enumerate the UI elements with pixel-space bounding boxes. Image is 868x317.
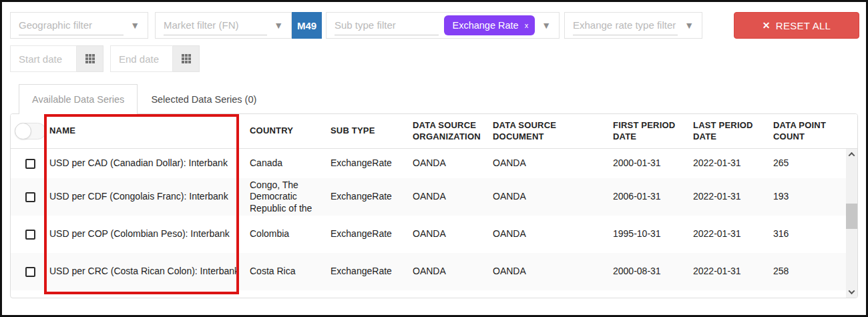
table-body: USD per CAD (Canadian Dollar): Interbank…	[11, 149, 857, 290]
column-header-last-period-date: LAST PERIOD DATE	[693, 120, 773, 142]
calendar-grid-icon	[85, 54, 95, 63]
cell-data-point-count: 316	[773, 228, 857, 240]
cell-name: USD per CRC (Costa Rican Colon): Interba…	[49, 266, 250, 277]
scroll-up-button[interactable]	[846, 149, 857, 160]
subtype-filter-placeholder: Sub type filter	[335, 19, 439, 35]
cell-data-source-organization: OANDA	[413, 228, 493, 240]
end-date-group: End date	[110, 45, 200, 72]
cell-sub-type: ExchangeRate	[331, 266, 413, 277]
geographic-filter-input[interactable]: Geographic filter ▼	[10, 12, 148, 39]
cell-last-period-date: 2022-01-31	[693, 228, 773, 240]
cell-first-period-date: 2006-01-31	[613, 191, 693, 202]
table-row: USD per COP (Colombian Peso): Interbank …	[11, 216, 857, 253]
column-header-sub-type: SUB TYPE	[331, 125, 413, 136]
table-row: USD per CRC (Costa Rican Colon): Interba…	[11, 253, 857, 290]
exchange-rate-tag-label: Exchange Rate	[452, 20, 518, 31]
chevron-down-icon[interactable]: ▼	[684, 20, 694, 31]
column-header-name: NAME	[49, 125, 250, 136]
cell-data-source-organization: OANDA	[413, 191, 493, 202]
start-date-group: Start date	[10, 45, 103, 72]
market-filter-input[interactable]: Market filter (FN) ▼	[155, 12, 292, 39]
exchange-rate-type-filter-input[interactable]: Exhange rate type filter ▼	[564, 12, 702, 39]
cell-country: Canada	[250, 157, 331, 169]
tab-available-data-series[interactable]: Available Data Series	[19, 84, 138, 114]
tag-remove-icon[interactable]: x	[525, 21, 529, 29]
cell-data-source-document: OANDA	[493, 228, 613, 240]
row-checkbox[interactable]	[25, 230, 35, 240]
chevron-up-icon	[849, 152, 855, 159]
cell-first-period-date: 2000-08-31	[613, 266, 693, 277]
data-series-tabs: Available Data Series Selected Data Seri…	[19, 84, 866, 113]
chevron-down-icon[interactable]: ▼	[274, 20, 283, 31]
row-checkbox[interactable]	[25, 159, 35, 169]
column-header-country: COUNTRY	[250, 125, 331, 136]
row-checkbox-cell	[11, 230, 49, 240]
cell-sub-type: ExchangeRate	[331, 228, 413, 240]
row-checkbox[interactable]	[25, 192, 35, 202]
select-all-cell	[11, 123, 49, 139]
cell-data-source-organization: OANDA	[413, 266, 493, 277]
cell-data-point-count: 265	[773, 157, 857, 169]
reset-all-button[interactable]: ✕ RESET ALL	[734, 12, 859, 39]
cell-country: Congo, The Democratic Republic of the	[250, 180, 331, 214]
column-header-data-source-organization: DATA SOURCE ORGANIZATION	[413, 120, 493, 142]
subtype-filter-input[interactable]: Sub type filter Exchange Rate x ▼	[326, 12, 560, 39]
app-window: Geographic filter ▼ Market filter (FN) ▼…	[0, 0, 868, 317]
close-icon: ✕	[763, 20, 771, 31]
select-all-toggle[interactable]	[15, 123, 46, 139]
cell-country: Costa Rica	[250, 266, 331, 277]
date-bar: Start date End date	[10, 45, 866, 72]
row-checkbox-cell	[11, 159, 49, 169]
cell-last-period-date: 2022-01-31	[693, 266, 773, 277]
cell-name: USD per COP (Colombian Peso): Interbank	[49, 228, 250, 240]
end-date-input[interactable]: End date	[110, 45, 173, 72]
toggle-knob	[15, 123, 31, 139]
geographic-filter-placeholder: Geographic filter	[19, 19, 124, 35]
cell-first-period-date: 1995-10-31	[613, 228, 693, 240]
cell-data-point-count: 193	[773, 191, 857, 202]
end-date-calendar-button[interactable]	[173, 45, 200, 72]
reset-all-label: RESET ALL	[776, 20, 831, 31]
tab-selected-data-series[interactable]: Selected Data Series (0)	[138, 84, 270, 114]
cell-name: USD per CDF (Congolais Franc): Interbank	[49, 191, 250, 202]
row-checkbox[interactable]	[25, 267, 35, 277]
cell-data-point-count: 258	[773, 266, 857, 277]
cell-last-period-date: 2022-01-31	[693, 157, 773, 169]
data-series-table: NAME COUNTRY SUB TYPE DATA SOURCE ORGANI…	[10, 113, 858, 298]
column-header-first-period-date: FIRST PERIOD DATE	[613, 120, 693, 142]
m49-badge[interactable]: M49	[292, 12, 322, 39]
calendar-grid-icon	[182, 54, 191, 63]
column-header-data-point-count: DATA POINT COUNT	[773, 120, 857, 142]
cell-last-period-date: 2022-01-31	[693, 191, 773, 202]
row-checkbox-cell	[11, 267, 49, 277]
start-date-input[interactable]: Start date	[10, 45, 77, 72]
scrollbar-thumb[interactable]	[846, 204, 857, 229]
row-checkbox-cell	[11, 192, 49, 202]
market-filter-group: Market filter (FN) ▼ M49	[155, 12, 322, 39]
chevron-down-icon[interactable]: ▼	[130, 20, 140, 31]
scroll-down-button[interactable]	[846, 286, 857, 298]
chevron-down-icon	[849, 288, 855, 294]
exchange-rate-type-placeholder: Exhange rate type filter	[573, 19, 678, 35]
table-row: USD per CAD (Canadian Dollar): Interbank…	[11, 149, 857, 178]
cell-name: USD per CAD (Canadian Dollar): Interbank	[49, 157, 250, 169]
filter-bar: Geographic filter ▼ Market filter (FN) ▼…	[10, 12, 859, 39]
cell-data-source-document: OANDA	[493, 266, 613, 277]
table-header-row: NAME COUNTRY SUB TYPE DATA SOURCE ORGANI…	[11, 114, 857, 149]
cell-sub-type: ExchangeRate	[331, 157, 413, 169]
chevron-down-icon[interactable]: ▼	[541, 20, 551, 31]
cell-data-source-document: OANDA	[493, 191, 613, 202]
cell-first-period-date: 2000-01-31	[613, 157, 693, 169]
vertical-scrollbar[interactable]	[846, 149, 857, 298]
start-date-calendar-button[interactable]	[77, 45, 103, 72]
cell-data-source-document: OANDA	[493, 157, 613, 169]
column-header-data-source-document: DATA SOURCE DOCUMENT	[493, 120, 613, 142]
cell-country: Colombia	[250, 228, 331, 240]
market-filter-placeholder: Market filter (FN)	[164, 19, 267, 35]
cell-data-source-organization: OANDA	[413, 157, 493, 169]
table-row: USD per CDF (Congolais Franc): Interbank…	[11, 178, 857, 216]
exchange-rate-tag[interactable]: Exchange Rate x	[444, 15, 535, 35]
cell-sub-type: ExchangeRate	[331, 191, 413, 202]
